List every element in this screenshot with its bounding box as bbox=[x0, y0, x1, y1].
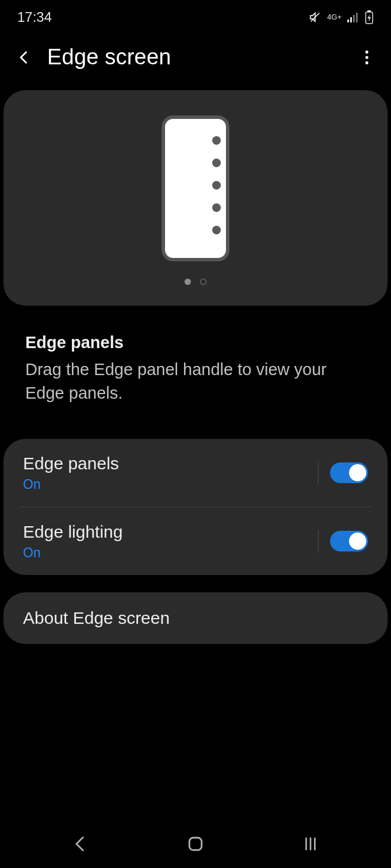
section-title: Edge panels bbox=[25, 333, 366, 352]
toggle-edge-lighting[interactable] bbox=[330, 531, 368, 551]
network-type-label: 4G+ bbox=[327, 14, 342, 20]
row-title: Edge panels bbox=[23, 454, 119, 473]
phone-mock-illustration bbox=[162, 115, 229, 261]
svg-point-7 bbox=[365, 51, 368, 53]
toggle-edge-panels[interactable] bbox=[330, 462, 368, 483]
back-button[interactable] bbox=[16, 49, 32, 65]
settings-list-card: Edge panels On Edge lighting On bbox=[3, 439, 388, 575]
mute-vibrate-icon bbox=[309, 11, 321, 24]
signal-icon bbox=[347, 12, 359, 22]
svg-rect-4 bbox=[356, 13, 358, 22]
row-about-edge-screen[interactable]: About Edge screen bbox=[3, 592, 388, 644]
row-edge-lighting[interactable]: Edge lighting On bbox=[3, 507, 388, 575]
svg-point-9 bbox=[365, 61, 368, 64]
status-bar: 17:34 4G+ bbox=[0, 0, 391, 34]
battery-charging-icon bbox=[365, 10, 374, 24]
nav-recents-button[interactable] bbox=[301, 835, 320, 852]
section-subtitle: Drag the Edge panel handle to view your … bbox=[25, 358, 366, 404]
nav-home-button[interactable] bbox=[186, 835, 205, 853]
preview-pager bbox=[185, 279, 206, 285]
page-title: Edge screen bbox=[47, 45, 171, 70]
svg-rect-3 bbox=[353, 15, 355, 22]
svg-rect-1 bbox=[347, 20, 349, 22]
navigation-bar bbox=[0, 825, 391, 868]
svg-point-8 bbox=[365, 56, 368, 59]
status-icons: 4G+ bbox=[309, 10, 374, 24]
vertical-separator bbox=[318, 530, 319, 553]
more-options-button[interactable] bbox=[359, 49, 375, 65]
row-edge-panels[interactable]: Edge panels On bbox=[3, 439, 388, 507]
pager-dot-inactive[interactable] bbox=[200, 279, 206, 285]
row-status: On bbox=[23, 477, 119, 492]
svg-rect-6 bbox=[367, 10, 371, 12]
section-header: Edge panels Drag the Edge panel handle t… bbox=[0, 306, 391, 410]
nav-back-button[interactable] bbox=[71, 834, 90, 854]
preview-card[interactable] bbox=[3, 90, 388, 306]
toolbar: Edge screen bbox=[0, 34, 391, 84]
status-time: 17:34 bbox=[17, 9, 52, 25]
row-title: Edge lighting bbox=[23, 522, 122, 542]
pager-dot-active[interactable] bbox=[185, 279, 191, 285]
row-title: About Edge screen bbox=[23, 608, 170, 627]
row-status: On bbox=[23, 545, 122, 561]
svg-rect-2 bbox=[350, 17, 352, 22]
vertical-separator bbox=[318, 461, 319, 484]
svg-rect-10 bbox=[189, 838, 201, 850]
